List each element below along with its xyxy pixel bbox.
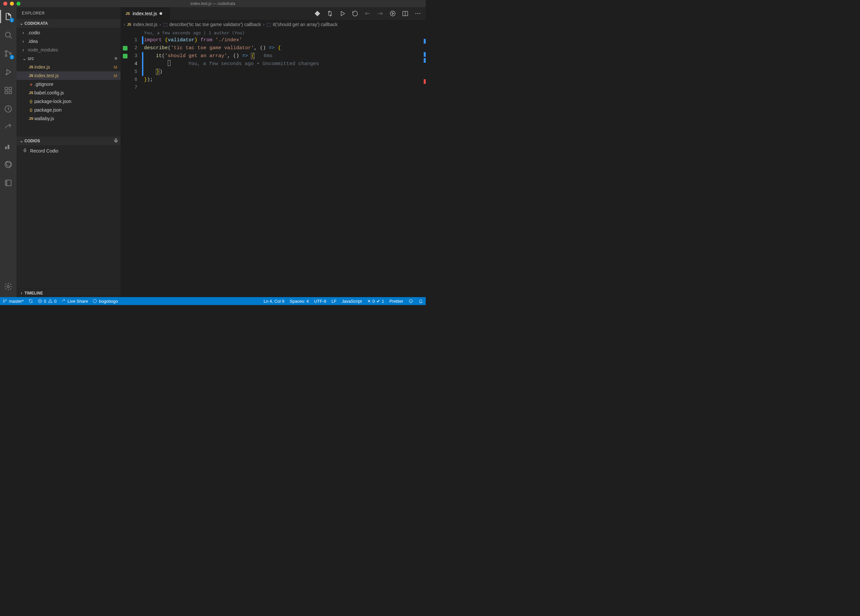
code-token: './index' <box>215 37 242 43</box>
cursor-position-status[interactable]: Ln 4, Col 9 <box>264 299 284 304</box>
folder-codio[interactable]: › .codio <box>17 28 121 37</box>
warning-count: 0 <box>54 299 56 304</box>
breadcrumb-it[interactable]: ⬚ it('should get an array') callback <box>267 22 337 27</box>
breadcrumb[interactable]: › JS index.test.js › ⬚ describe('tic tac… <box>121 20 426 29</box>
github-user-status[interactable]: bogobogo <box>93 299 118 304</box>
svg-rect-10 <box>5 147 6 149</box>
microphone-icon[interactable] <box>113 138 119 144</box>
json-file-icon: {} <box>28 99 35 103</box>
branch-name: master* <box>9 299 24 304</box>
file-index-js[interactable]: JS index.js M <box>17 63 121 71</box>
prettier-status[interactable]: Prettier <box>389 299 403 304</box>
code-token: 'tic tac toe game validator' <box>171 45 254 51</box>
chevron-down-icon: ⌄ <box>22 56 28 61</box>
codios-section-header[interactable]: ⌄ CODIOS <box>17 137 121 145</box>
wallaby-activity[interactable] <box>0 102 16 116</box>
test-timing: 6ms <box>264 53 273 59</box>
code-token: validator <box>168 37 195 43</box>
explorer-activity[interactable]: 1 <box>0 10 16 23</box>
debug-activity[interactable] <box>0 65 16 78</box>
sync-status[interactable] <box>28 299 33 303</box>
explorer-badge: 1 <box>9 18 14 22</box>
next-change-icon[interactable] <box>377 10 383 17</box>
settings-gear-icon[interactable] <box>0 280 16 293</box>
svg-point-4 <box>6 74 6 75</box>
scm-badge: 2 <box>9 55 14 60</box>
file-wallaby[interactable]: JS wallaby.js <box>17 114 121 123</box>
notebook-activity[interactable] <box>0 176 16 190</box>
run-icon[interactable] <box>339 10 346 17</box>
tab-index-test[interactable]: JS index.test.js <box>121 7 170 20</box>
project-section-header[interactable]: ⌄ CODIOKATA <box>17 19 121 28</box>
run-tests-icon[interactable] <box>389 10 396 17</box>
folder-label: .idea <box>28 39 121 44</box>
github-activity[interactable] <box>0 158 16 171</box>
file-gitignore[interactable]: ◆ .gitignore <box>17 80 121 88</box>
notifications-icon[interactable] <box>419 299 423 303</box>
timeline-label: TIMELINE <box>24 291 43 295</box>
folder-label: node_modules <box>28 47 121 52</box>
folder-src[interactable]: ⌄ src <box>17 54 121 63</box>
breadcrumb-file[interactable]: JS index.test.js <box>127 22 157 27</box>
code-token: 'should get an array' <box>165 53 227 59</box>
source-control-activity[interactable]: 2 <box>0 47 16 60</box>
file-label: .gitignore <box>35 82 121 87</box>
svg-point-19 <box>381 13 383 14</box>
stats-activity[interactable] <box>0 139 16 152</box>
minimap[interactable] <box>406 36 426 297</box>
svg-point-20 <box>390 11 395 16</box>
gutter: 1 2 3 4 5 6 7 <box>121 36 143 297</box>
folder-idea[interactable]: › .idea <box>17 37 121 45</box>
editor-group: JS index.test.js › <box>121 7 426 297</box>
git-blame-inline: You, a few seconds ago • Uncommitted cha… <box>188 61 319 67</box>
git-file-icon: ◆ <box>28 82 35 86</box>
git-authorship-lens[interactable]: You, a few seconds ago | 1 author (You) <box>121 29 426 36</box>
live-share-status[interactable]: Live Share <box>61 299 88 304</box>
svg-point-30 <box>409 299 413 303</box>
eol-status[interactable]: LF <box>331 299 337 304</box>
file-package-lock[interactable]: {} package-lock.json <box>17 97 121 106</box>
svg-rect-6 <box>9 87 11 90</box>
folder-node-modules[interactable]: › node_modules <box>17 45 121 54</box>
indentation-status[interactable]: Spaces: 4 <box>290 299 309 304</box>
timeline-section-header[interactable]: › TIMELINE <box>17 288 121 297</box>
json-file-icon: {} <box>28 108 35 112</box>
js-file-icon: JS <box>28 74 35 78</box>
test-results-status[interactable]: ✕ 0 ✔ 1 <box>367 299 384 304</box>
codios-header-label: CODIOS <box>24 139 40 143</box>
search-activity[interactable] <box>0 28 16 42</box>
problems-status[interactable]: 0 0 <box>38 299 56 304</box>
sidebar-title: EXPLORER <box>17 7 121 19</box>
prev-change-icon[interactable] <box>364 10 371 17</box>
tests-passed: 1 <box>382 299 384 304</box>
share-activity[interactable] <box>0 121 16 134</box>
more-actions-icon[interactable] <box>414 10 421 17</box>
prettier-icon[interactable] <box>314 10 321 17</box>
file-package-json[interactable]: {} package.json <box>17 106 121 114</box>
project-name: CODIOKATA <box>24 21 48 26</box>
feedback-icon[interactable] <box>408 299 413 303</box>
git-branch-status[interactable]: master* <box>3 299 24 304</box>
split-editor-icon[interactable] <box>402 10 408 17</box>
symbol-method-icon: ⬚ <box>163 22 168 27</box>
revert-icon[interactable] <box>352 10 358 17</box>
breadcrumb-describe[interactable]: ⬚ describe('tic tac toe game validator')… <box>163 22 261 27</box>
extensions-activity[interactable] <box>0 84 16 97</box>
svg-point-29 <box>93 299 97 303</box>
status-bar: master* 0 0 Live Share bogobogo Ln 4, Co… <box>0 297 426 305</box>
chevron-down-icon: ⌄ <box>19 21 24 26</box>
line-number: 4 <box>127 60 142 68</box>
encoding-status[interactable]: UTF-8 <box>314 299 326 304</box>
js-file-icon: JS <box>28 91 35 95</box>
code-token: describe <box>144 45 168 51</box>
record-codio-item[interactable]: Record Codio <box>17 147 121 155</box>
svg-rect-11 <box>8 145 9 149</box>
language-mode-status[interactable]: JavaScript <box>342 299 362 304</box>
file-babel-config[interactable]: JS babel.config.js <box>17 88 121 97</box>
code-content[interactable]: import {validator} from './index' descri… <box>144 36 421 92</box>
text-cursor <box>168 60 170 66</box>
code-editor[interactable]: 1 2 3 4 5 6 7 import {validator} from '.… <box>121 36 426 297</box>
chevron-right-icon: › <box>124 22 125 27</box>
compare-changes-icon[interactable] <box>326 10 333 17</box>
file-index-test-js[interactable]: JS index.test.js M <box>17 71 121 80</box>
